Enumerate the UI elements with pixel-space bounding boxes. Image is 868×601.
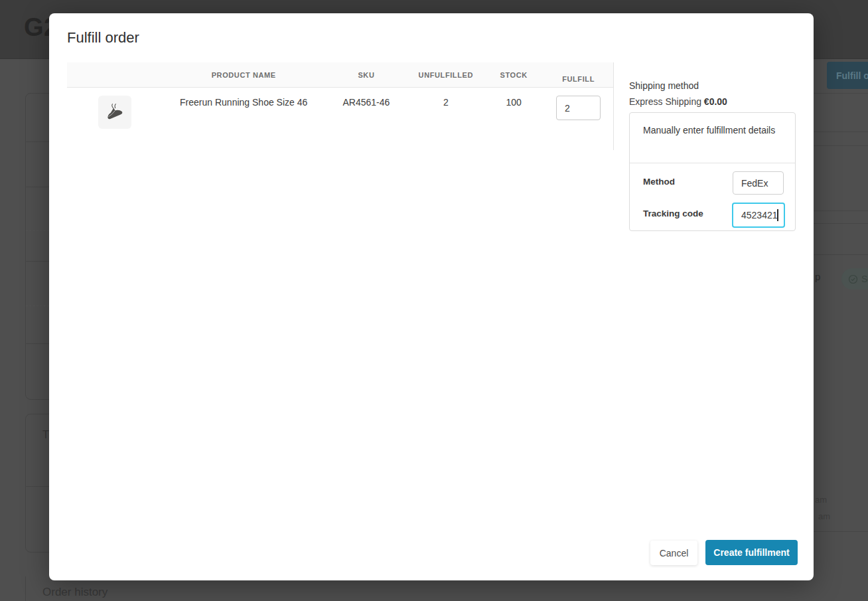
shipping-method-heading: Shipping method [629,80,699,91]
column-header-sku: SKU [325,71,408,79]
divider [26,230,49,231]
column-header-unfulfilled: UNFULFILLED [407,71,484,79]
dialog-title: Fulfill order [67,29,139,46]
divider [814,223,868,224]
divider [26,261,49,262]
column-header-product-name: PRODUCT NAME [163,71,325,79]
manual-fulfillment-box: Manually enter fulfillment details Metho… [629,112,796,231]
sku-cell: AR4561-46 [325,88,408,108]
fulfill-quantity-input[interactable] [556,96,601,120]
fulfill-items-table: PRODUCT NAME SKU UNFULFILLED STOCK FULFI… [67,62,614,150]
divider [26,187,49,187]
divider [814,131,868,132]
payment-card-fragment: T [42,429,49,441]
divider [630,163,795,163]
tracking-code-label: Tracking code [643,209,703,218]
product-image-cell [67,88,163,129]
timestamp-fragment: am [818,511,830,521]
shipping-method-value: Express Shipping €0.00 [629,96,727,107]
method-label: Method [643,177,675,187]
divider [814,211,868,211]
manual-fulfillment-title: Manually enter fulfillment details [643,122,776,138]
method-input[interactable] [733,171,784,195]
divider [814,531,868,532]
timestamp-fragment: am [815,495,827,505]
column-header-fulfill: FULFILL [543,67,613,83]
divider [26,343,49,344]
divider [26,305,49,306]
stock-qty-cell: 100 [484,88,543,108]
background-card-history-edge [25,576,26,601]
divider [814,254,868,255]
shipping-row-fragment: p [815,271,820,282]
product-name-cell: Freerun Running Shoe Size 46 [163,88,325,108]
fulfill-order-button-label: Fulfill order [836,70,868,81]
divider [26,486,49,487]
fulfill-order-dialog: Fulfill order PRODUCT NAME SKU UNFULFILL… [49,13,814,580]
status-badge: Se [841,268,868,290]
divider [814,93,868,94]
table-header-row: PRODUCT NAME SKU UNFULFILLED STOCK FULFI… [67,62,613,88]
status-badge-label: Se [861,274,868,284]
cancel-button[interactable]: Cancel [650,541,697,565]
divider [26,141,49,142]
text-cursor [777,209,778,221]
sneaker-icon [102,99,128,126]
table-row: Freerun Running Shoe Size 46 AR4561-46 2… [67,88,613,137]
fulfill-order-button-background: Fulfill order [827,62,868,89]
shipping-method-name: Express Shipping [629,96,704,107]
unfulfilled-qty-cell: 2 [407,88,484,108]
tracking-code-field-wrap [732,203,785,228]
check-circle-icon [848,274,858,284]
product-thumbnail [98,96,131,129]
fulfill-qty-cell [543,88,613,120]
shipping-price: €0.00 [704,96,727,107]
divider [814,145,868,146]
screen: G2 Fulfill order T Order history p [0,0,868,601]
create-fulfillment-button[interactable]: Create fulfillment [705,540,798,565]
column-header-stock: STOCK [484,71,543,79]
order-history-title: Order history [42,586,108,599]
